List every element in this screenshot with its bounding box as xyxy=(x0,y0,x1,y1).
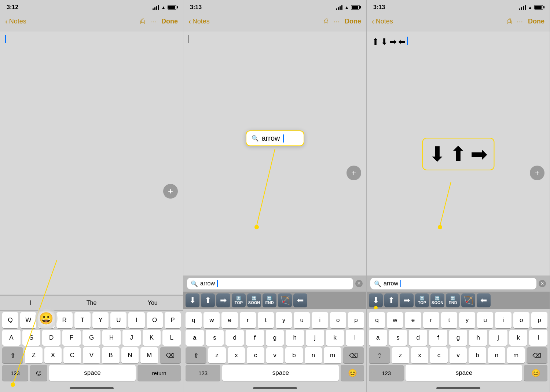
key-p-2[interactable]: p xyxy=(348,312,364,328)
key-space-2[interactable]: space xyxy=(222,365,339,381)
key-123-3[interactable]: 123 xyxy=(369,365,404,381)
key-m-2[interactable]: m xyxy=(324,347,341,363)
more-icon-1[interactable]: ··· xyxy=(150,17,156,26)
key-123-1[interactable]: 123 xyxy=(2,365,28,381)
plus-button-1[interactable]: + xyxy=(163,184,178,199)
key-u-3[interactable]: u xyxy=(477,312,493,328)
key-t[interactable]: T xyxy=(74,312,91,328)
key-space-1[interactable]: space xyxy=(49,365,136,381)
prediction-the[interactable]: The xyxy=(61,296,122,310)
key-v-2[interactable]: v xyxy=(266,347,284,363)
key-a[interactable]: A xyxy=(2,330,21,346)
emoji-arrow-down-3[interactable]: ⬇ xyxy=(369,293,383,307)
key-z-3[interactable]: z xyxy=(392,347,409,363)
key-e-2[interactable]: e xyxy=(221,312,238,328)
key-u-2[interactable]: u xyxy=(294,312,310,328)
emoji-arrow-right-3[interactable]: ➡ xyxy=(400,293,414,307)
emoji-soon-2[interactable]: 🔜SOON xyxy=(247,293,261,307)
key-emoji-face-2[interactable]: 😊 xyxy=(341,365,364,381)
notes-back-2[interactable]: ‹ Notes xyxy=(188,17,210,26)
key-b[interactable]: B xyxy=(102,347,120,363)
key-q-3[interactable]: q xyxy=(369,312,385,328)
key-g-2[interactable]: g xyxy=(266,330,284,346)
key-d[interactable]: D xyxy=(42,330,60,346)
key-n[interactable]: N xyxy=(121,347,139,363)
key-k-2[interactable]: k xyxy=(326,330,344,346)
key-r-3[interactable]: r xyxy=(423,312,439,328)
key-z[interactable]: Z xyxy=(25,347,43,363)
key-e-3[interactable]: e xyxy=(405,312,421,328)
key-s-2[interactable]: s xyxy=(206,330,224,346)
key-f[interactable]: F xyxy=(62,330,81,346)
key-delete-3[interactable]: ⌫ xyxy=(527,347,547,363)
key-l-3[interactable]: l xyxy=(529,330,547,346)
share-icon-3[interactable]: ⎙ xyxy=(507,17,511,26)
key-delete-2[interactable]: ⌫ xyxy=(343,347,364,363)
key-x-3[interactable]: x xyxy=(411,347,429,363)
key-s-3[interactable]: s xyxy=(389,330,407,346)
key-e[interactable]: E 😀 xyxy=(38,312,54,328)
key-h[interactable]: H xyxy=(102,330,121,346)
key-o[interactable]: O xyxy=(147,312,163,328)
plus-button-3[interactable]: + xyxy=(530,166,544,180)
key-y[interactable]: Y xyxy=(92,312,109,328)
key-d-3[interactable]: d xyxy=(409,330,427,346)
key-emoji-1[interactable]: ☺ xyxy=(30,365,47,381)
key-f-3[interactable]: f xyxy=(429,330,447,346)
key-n-2[interactable]: n xyxy=(305,347,322,363)
key-shift-2[interactable]: ⇧ xyxy=(186,347,206,363)
share-icon-1[interactable]: ⎙ xyxy=(140,17,145,26)
key-c-3[interactable]: c xyxy=(430,347,448,363)
key-s[interactable]: S xyxy=(22,330,41,346)
key-l[interactable]: L xyxy=(162,330,181,346)
search-clear-btn-2[interactable]: ✕ xyxy=(355,280,363,287)
key-i-2[interactable]: i xyxy=(312,312,328,328)
key-k[interactable]: K xyxy=(143,330,161,346)
emoji-end-2[interactable]: 🔚END xyxy=(263,293,276,307)
key-p-3[interactable]: p xyxy=(531,312,547,328)
key-d-2[interactable]: d xyxy=(225,330,244,346)
key-b-2[interactable]: b xyxy=(285,347,303,363)
key-shift-3[interactable]: ⇧ xyxy=(369,347,390,363)
key-r[interactable]: R xyxy=(56,312,73,328)
key-b-3[interactable]: b xyxy=(469,347,486,363)
key-i-3[interactable]: i xyxy=(495,312,511,328)
key-f-2[interactable]: f xyxy=(246,330,264,346)
key-emoji-face-3[interactable]: 😊 xyxy=(524,365,547,381)
key-j[interactable]: J xyxy=(122,330,141,346)
key-x-2[interactable]: x xyxy=(228,347,245,363)
search-clear-btn-3[interactable]: ✕ xyxy=(539,280,546,287)
key-h-3[interactable]: h xyxy=(469,330,487,346)
key-n-3[interactable]: n xyxy=(488,347,506,363)
key-o-2[interactable]: o xyxy=(330,312,346,328)
key-w-2[interactable]: w xyxy=(203,312,220,328)
key-space-3[interactable]: space xyxy=(406,365,522,381)
key-m[interactable]: M xyxy=(140,347,158,363)
key-g[interactable]: G xyxy=(82,330,101,346)
prediction-i[interactable]: I xyxy=(0,296,61,310)
done-button-2[interactable]: Done xyxy=(345,18,361,25)
key-return-1[interactable]: return xyxy=(138,365,181,381)
emoji-end-3[interactable]: 🔚END xyxy=(446,293,460,307)
notes-back-3[interactable]: ‹ Notes xyxy=(372,17,393,26)
key-v[interactable]: V xyxy=(83,347,100,363)
emoji-arrow-up-3[interactable]: ⬆ xyxy=(384,293,398,307)
key-r-2[interactable]: r xyxy=(240,312,256,328)
done-button-1[interactable]: Done xyxy=(161,18,178,25)
key-c-2[interactable]: c xyxy=(247,347,264,363)
done-button-3[interactable]: Done xyxy=(528,18,544,25)
key-w-3[interactable]: w xyxy=(387,312,403,328)
emoji-arrow-right-2[interactable]: ➡ xyxy=(216,293,230,307)
key-h-2[interactable]: h xyxy=(286,330,304,346)
key-q[interactable]: Q xyxy=(2,312,18,328)
key-t-2[interactable]: t xyxy=(258,312,274,328)
emoji-search-input-3[interactable]: 🔍 arrow xyxy=(370,278,536,289)
key-g-3[interactable]: g xyxy=(449,330,467,346)
emoji-left-2[interactable]: ⬅ xyxy=(293,293,307,307)
key-i[interactable]: I xyxy=(128,312,144,328)
key-m-3[interactable]: m xyxy=(507,347,525,363)
emoji-bow-2[interactable]: 🏹 xyxy=(278,293,292,307)
key-y-3[interactable]: y xyxy=(459,312,475,328)
key-j-3[interactable]: j xyxy=(489,330,507,346)
key-delete-1[interactable]: ⌫ xyxy=(160,347,181,363)
